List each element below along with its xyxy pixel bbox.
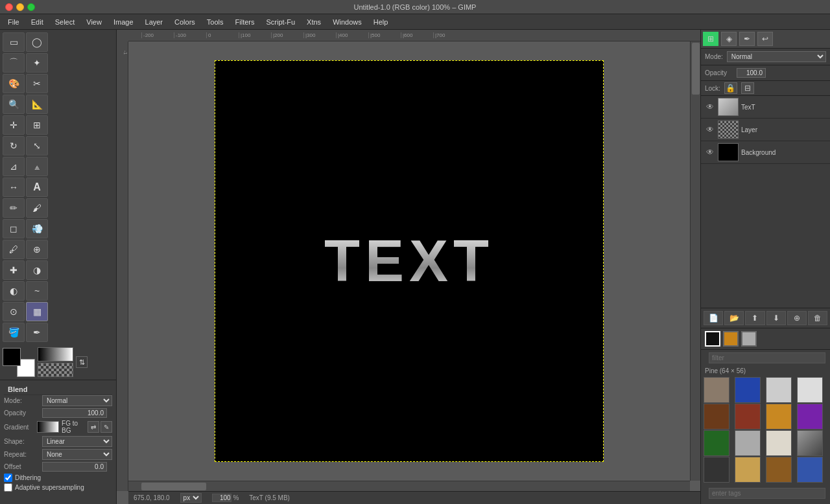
color-picker-tool[interactable]: ⊙ [3, 302, 25, 321]
pattern-blur-grad[interactable] [797, 430, 823, 456]
ellipse-select-tool[interactable]: ◯ [26, 32, 48, 52]
scrollbar-vertical[interactable] [690, 41, 700, 481]
pattern-purple[interactable] [797, 404, 823, 430]
free-select-tool[interactable]: ⌒ [3, 53, 25, 73]
airbrush-tool[interactable]: 💨 [26, 219, 48, 238]
rotate-tool[interactable]: ↻ [3, 136, 25, 155]
paintbrush-tool[interactable]: 🖌 [26, 198, 48, 218]
opacity-input[interactable]: 100.0 [42, 408, 107, 418]
window-controls[interactable] [5, 3, 35, 11]
swap-colors-btn[interactable]: ⇅ [76, 356, 88, 368]
maximize-button[interactable] [27, 3, 35, 11]
gradient-preview[interactable] [38, 347, 73, 361]
flip-tool[interactable]: ↔ [3, 178, 25, 197]
canvas-image[interactable]: TEXT [215, 60, 604, 462]
pattern-black-tab[interactable] [705, 331, 720, 347]
layer-visibility-bg[interactable]: 👁 [705, 147, 715, 157]
menu-layer[interactable]: Layer [140, 17, 169, 27]
pattern-brown-wood[interactable] [704, 404, 729, 430]
dithering-checkbox[interactable] [4, 474, 12, 482]
fg-bg-colors[interactable] [3, 348, 35, 377]
fg-color-swatch[interactable] [3, 348, 21, 366]
lock-pixels-btn[interactable]: 🔒 [724, 82, 737, 94]
blend-tool[interactable]: ▦ [26, 302, 48, 321]
menu-filters[interactable]: Filters [230, 17, 260, 27]
pencil-tool[interactable]: ✏ [3, 198, 25, 218]
bucket-fill-tool[interactable]: 🪣 [3, 323, 25, 342]
anchor-layer-btn[interactable]: ⬇ [766, 311, 786, 325]
alignment-tool[interactable]: ⊞ [26, 115, 48, 135]
shape-select[interactable]: Linear [42, 436, 112, 447]
menu-help[interactable]: Help [368, 17, 394, 27]
pattern-gray-stone[interactable] [735, 430, 761, 456]
perspective-tool[interactable]: ⟁ [26, 157, 48, 176]
paths-icon-tab[interactable]: ✒ [739, 32, 755, 46]
color-select-tool[interactable]: 🎨 [3, 74, 25, 93]
layer-visibility-text[interactable]: 👁 [705, 102, 715, 112]
close-button[interactable] [5, 3, 13, 11]
undo-icon-tab[interactable]: ↩ [757, 32, 773, 46]
layer-item-text[interactable]: 👁 TexT [701, 96, 830, 119]
paths-tool[interactable]: ✒ [26, 323, 48, 342]
menu-image[interactable]: Image [108, 17, 139, 27]
pattern-red-brick[interactable] [735, 404, 761, 430]
layers-icon-tab[interactable]: ⊞ [703, 32, 718, 46]
minimize-button[interactable] [16, 3, 24, 11]
pattern-green[interactable] [704, 430, 729, 456]
pattern-white2[interactable] [797, 377, 823, 403]
layer-mode-select[interactable]: Normal [727, 51, 826, 62]
zoom-tool[interactable]: 🔍 [3, 95, 25, 114]
adaptive-checkbox[interactable] [4, 483, 12, 492]
pattern-wood-dark[interactable] [766, 457, 792, 483]
pattern-white-stone[interactable] [766, 377, 792, 403]
pattern-tags-input[interactable] [709, 488, 825, 499]
repeat-select[interactable]: None [42, 449, 112, 460]
offset-input[interactable]: 0.0 [42, 462, 107, 472]
menu-file[interactable]: File [3, 17, 25, 27]
mode-select[interactable]: Normal [42, 395, 112, 406]
menu-edit[interactable]: Edit [26, 17, 49, 27]
scrollbar-horizontal[interactable] [128, 481, 690, 491]
canvas-scroll[interactable]: TEXT [128, 41, 690, 481]
move-tool[interactable]: ✛ [3, 115, 25, 135]
pattern-blue-marble[interactable] [735, 377, 761, 403]
pattern-paper[interactable] [766, 430, 792, 456]
open-layer-btn[interactable]: 📂 [724, 311, 744, 325]
menu-windows[interactable]: Windows [327, 17, 367, 27]
pattern-marble-blue[interactable] [797, 457, 823, 483]
pattern-stone1[interactable] [704, 377, 729, 403]
channels-icon-tab[interactable]: ◈ [721, 32, 737, 46]
menu-xtns[interactable]: Xtns [302, 17, 326, 27]
fuzzy-select-tool[interactable]: ✦ [26, 53, 48, 73]
menu-tools[interactable]: Tools [202, 17, 229, 27]
delete-layer-btn[interactable]: 🗑 [808, 311, 827, 325]
text-tool[interactable]: A [26, 178, 48, 197]
menu-colors[interactable]: Colors [169, 17, 200, 27]
layer-opacity-input[interactable] [737, 68, 766, 78]
shear-tool[interactable]: ⊿ [3, 157, 25, 176]
new-layer-btn[interactable]: 📄 [704, 311, 723, 325]
rect-select-tool[interactable]: ▭ [3, 32, 25, 52]
blur-tool[interactable]: ◑ [26, 260, 48, 280]
merge-layer-btn[interactable]: ⊕ [787, 311, 807, 325]
duplicate-layer-btn[interactable]: ⬆ [745, 311, 765, 325]
layer-visibility-layer[interactable]: 👁 [705, 124, 715, 135]
scale-tool[interactable]: ⤡ [26, 136, 48, 155]
pattern-leopard[interactable] [766, 404, 792, 430]
dodge-burn-tool[interactable]: ◐ [3, 281, 25, 301]
pattern-orange-tab[interactable] [723, 331, 739, 347]
ink-tool[interactable]: 🖋 [3, 240, 25, 259]
edit-gradient-btn[interactable]: ✎ [101, 421, 112, 433]
pattern-gray-tab[interactable] [741, 331, 757, 347]
clone-tool[interactable]: ⊕ [26, 240, 48, 259]
units-select[interactable]: px [180, 493, 202, 503]
pattern-dark-grad[interactable] [704, 457, 729, 483]
menu-scriptfu[interactable]: Script-Fu [261, 17, 300, 27]
scroll-thumb-h[interactable] [141, 483, 206, 490]
menu-view[interactable]: View [81, 17, 107, 27]
scroll-thumb-v[interactable] [692, 43, 700, 95]
swap-gradient-btn[interactable]: ⇄ [88, 421, 99, 433]
layer-item-background[interactable]: 👁 Background [701, 141, 830, 164]
gradient-thumb[interactable] [37, 421, 59, 433]
lock-alpha-btn[interactable]: ⊟ [741, 82, 754, 94]
